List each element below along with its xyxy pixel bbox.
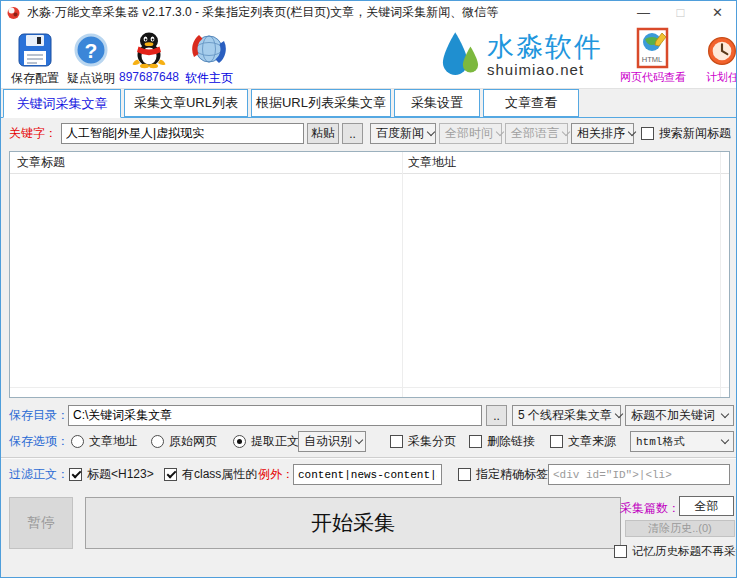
collect-count-input[interactable]: 全部 [679, 496, 734, 516]
language-select[interactable]: 全部语言 [505, 123, 568, 144]
checkbox-box[interactable] [641, 127, 654, 140]
view-page-code-label: 网页代码查看 [620, 70, 686, 85]
help-button[interactable]: ? 疑点说明 [60, 25, 122, 87]
checkbox-label: 指定精确标签 [476, 464, 548, 485]
threads-value: 5 个线程采集文章 [518, 407, 612, 424]
checkbox-label: 文章来源 [568, 431, 616, 452]
checkbox-box[interactable] [458, 468, 471, 481]
keyword-input[interactable] [61, 123, 304, 144]
chevron-down-icon [721, 436, 729, 444]
keyword-browse-button[interactable]: .. [342, 123, 363, 144]
radio-box[interactable] [233, 435, 246, 448]
column-divider[interactable] [402, 152, 403, 397]
chevron-down-icon [427, 128, 435, 136]
globe-icon [178, 25, 240, 69]
radio-original-page[interactable]: 原始网页 [151, 431, 217, 452]
column-header-title[interactable]: 文章标题 [10, 152, 402, 173]
svg-text:HTML: HTML [642, 55, 662, 64]
checkbox-label: 删除链接 [487, 431, 535, 452]
article-list-header: 文章标题 文章地址 [10, 152, 729, 174]
close-button[interactable]: ✕ [699, 1, 736, 23]
paste-button[interactable]: 粘贴 [307, 123, 339, 144]
language-value: 全部语言 [511, 125, 559, 142]
article-source-checkbox[interactable]: 文章来源 [550, 431, 616, 452]
extract-mode-value: 自动识别 [304, 433, 352, 450]
titlebar: 水淼·万能文章采集器 v2.17.3.0 - 采集指定列表页(栏目页)文章，关键… [1, 1, 736, 23]
checkbox-label: 有class属性的 [182, 464, 257, 485]
homepage-label: 软件主页 [178, 70, 240, 87]
brand-site: shuimiao.net [487, 61, 603, 78]
start-collect-button[interactable]: 开始采集 [85, 497, 621, 549]
save-config-button[interactable]: 保存配置 [4, 25, 66, 87]
checkbox-label: 搜索新闻标题 [659, 123, 731, 144]
tab-article-view[interactable]: 文章查看 [483, 89, 579, 117]
collect-pagination-checkbox[interactable]: 采集分页 [390, 431, 456, 452]
title-keyword-value: 标题不加关键词 [631, 407, 715, 424]
chevron-down-icon [562, 128, 570, 136]
filter-title-checkbox[interactable]: 标题<H123> [69, 464, 154, 485]
tab-bar: 关键词采集文章 采集文章URL列表 根据URL列表采集文章 采集设置 文章查看 [1, 89, 736, 118]
qq-number-label: 897687648 [116, 70, 182, 84]
checkbox-box[interactable] [469, 435, 482, 448]
radio-extract-body[interactable]: 提取正文 [233, 431, 299, 452]
qq-contact-button[interactable]: 897687648 [116, 25, 182, 84]
checkbox-label: 采集分页 [408, 431, 456, 452]
clear-history-button[interactable]: 清除历史..(0) [625, 520, 735, 537]
checkbox-box[interactable] [550, 435, 563, 448]
help-label: 疑点说明 [60, 70, 122, 87]
sort-value: 相关排序 [577, 125, 625, 142]
qq-penguin-icon [116, 25, 182, 69]
homepage-button[interactable]: 软件主页 [178, 25, 240, 87]
threads-select[interactable]: 5 个线程采集文章 [512, 405, 621, 426]
checkbox-box[interactable] [164, 468, 177, 481]
radio-article-url[interactable]: 文章地址 [71, 431, 137, 452]
exception-input[interactable] [293, 464, 442, 485]
radio-box[interactable] [71, 435, 84, 448]
minimize-button[interactable]: — [625, 1, 662, 23]
save-format-select[interactable]: html格式 [630, 431, 734, 452]
checkbox-label: 标题<H123> [87, 464, 154, 485]
save-dir-label: 保存目录： [9, 405, 69, 426]
tab-collect-settings[interactable]: 采集设置 [394, 89, 480, 117]
checkbox-box[interactable] [69, 468, 82, 481]
column-divider[interactable] [720, 152, 721, 397]
checkbox-box[interactable] [614, 545, 627, 558]
scheduled-task-button[interactable]: 计划任务 [706, 25, 737, 85]
scheduled-task-label: 计划任务 [706, 70, 737, 85]
checkbox-box[interactable] [390, 435, 403, 448]
precise-tag-checkbox[interactable]: 指定精确标签 [458, 464, 548, 485]
precise-tag-input[interactable] [548, 464, 730, 485]
remove-links-checkbox[interactable]: 删除链接 [469, 431, 535, 452]
tab-keyword-collect[interactable]: 关键词采集文章 [3, 89, 121, 118]
brand-logo: 水淼软件 shuimiao.net [441, 29, 603, 81]
divider [1, 457, 736, 459]
pause-button[interactable]: 暂停 [9, 497, 73, 549]
save-format-value: html格式 [636, 434, 684, 449]
view-page-code-button[interactable]: HTML 网页代码查看 [620, 25, 686, 85]
sort-select[interactable]: 相关排序 [571, 123, 634, 144]
maximize-button[interactable]: □ [662, 1, 699, 23]
radio-label: 原始网页 [169, 431, 217, 452]
keyword-label: 关键字： [9, 123, 57, 144]
save-dir-browse-button[interactable]: .. [486, 405, 507, 426]
checkbox-label: 记忆历史标题不再采集 [632, 541, 737, 562]
time-range-select[interactable]: 全部时间 [439, 123, 502, 144]
time-range-value: 全部时间 [445, 125, 493, 142]
radio-label: 文章地址 [89, 431, 137, 452]
article-list[interactable]: 文章标题 文章地址 [9, 151, 730, 398]
column-header-url[interactable]: 文章地址 [402, 152, 720, 173]
floppy-disk-icon [4, 25, 66, 69]
tab-collect-by-url-list[interactable]: 根据URL列表采集文章 [251, 89, 391, 117]
filter-class-checkbox[interactable]: 有class属性的 [164, 464, 257, 485]
title-keyword-select[interactable]: 标题不加关键词 [625, 405, 734, 426]
search-news-title-checkbox[interactable]: 搜索新闻标题 [641, 123, 731, 144]
tab-collect-url-list[interactable]: 采集文章URL列表 [124, 89, 248, 117]
brand-name: 水淼软件 [487, 33, 603, 61]
remember-history-checkbox[interactable]: 记忆历史标题不再采集 [614, 541, 737, 562]
radio-label: 提取正文 [251, 431, 299, 452]
search-engine-select[interactable]: 百度新闻 [370, 123, 436, 144]
extract-mode-select[interactable]: 自动识别 [298, 431, 366, 452]
question-mark-icon: ? [60, 25, 122, 69]
radio-box[interactable] [151, 435, 164, 448]
save-dir-input[interactable] [68, 405, 482, 426]
